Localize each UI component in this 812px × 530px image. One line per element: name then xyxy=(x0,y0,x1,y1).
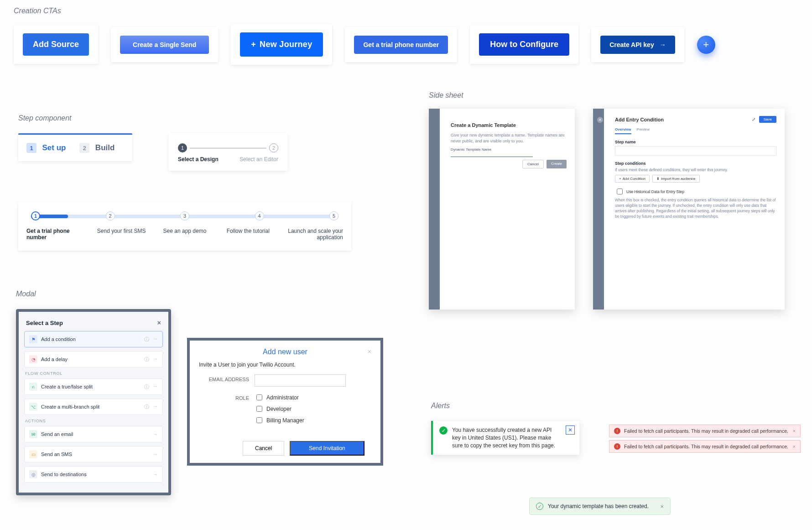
delay-icon: ◔ xyxy=(29,355,37,363)
option-label: Add a condition xyxy=(41,336,76,342)
historical-data-checkbox[interactable] xyxy=(617,189,623,194)
close-icon[interactable]: × xyxy=(597,117,603,123)
add-condition-button[interactable]: +Add Condition xyxy=(615,175,650,183)
step-label: Build xyxy=(95,143,115,152)
close-icon[interactable]: × xyxy=(793,444,796,449)
option-label: Create a true/false split xyxy=(41,384,93,389)
create-single-send-button[interactable]: Create a Single Send xyxy=(120,36,209,54)
step-build[interactable]: 2 Build xyxy=(79,143,115,153)
role-checkbox-developer[interactable] xyxy=(256,406,262,412)
plus-icon xyxy=(703,39,709,51)
info-icon[interactable]: ⓘ xyxy=(144,404,149,410)
email-label: EMAIL ADDRESS xyxy=(199,374,249,382)
email-input[interactable] xyxy=(255,374,346,387)
close-icon[interactable]: × xyxy=(368,348,371,355)
step-setup[interactable]: 1 Set up xyxy=(26,143,66,153)
option-label: Add a delay xyxy=(41,357,68,362)
close-icon[interactable]: × xyxy=(157,319,161,326)
expand-icon[interactable]: ⤢ xyxy=(752,117,755,122)
error-icon: ! xyxy=(614,443,620,450)
step-option-send-sms[interactable]: ▭ Send an SMS → xyxy=(24,446,163,462)
step-option-send-destinations[interactable]: ◎ Send to destinations → xyxy=(24,466,163,483)
template-name-input[interactable] xyxy=(451,152,533,157)
create-api-key-button[interactable]: Create API key xyxy=(600,36,675,54)
how-to-configure-button[interactable]: How to Configure xyxy=(479,33,569,56)
toast-success: ✓ Your dynamic template has been created… xyxy=(529,498,671,515)
field-label-step-name: Step name xyxy=(615,140,776,144)
step-label: Select a Design xyxy=(178,156,219,163)
email-icon: ✉ xyxy=(29,430,37,438)
role-checkbox-admin[interactable] xyxy=(256,394,262,400)
step-node[interactable]: 5 xyxy=(329,211,338,220)
role-option: Administrator xyxy=(266,394,299,401)
create-button[interactable]: Create xyxy=(547,160,567,168)
arrow-right-icon: → xyxy=(153,356,158,363)
arrow-right-icon: → xyxy=(153,472,158,477)
side-sheet-title: Add Entry Condition xyxy=(615,117,664,122)
option-label: Send an SMS xyxy=(41,451,72,457)
step-node[interactable]: 2 xyxy=(106,211,115,220)
step-label: Launch and scale your application xyxy=(280,228,343,241)
step-option-condition[interactable]: ⚑ Add a condition ⓘ→ xyxy=(24,331,163,347)
fab-add-button[interactable] xyxy=(697,36,715,54)
step-option-true-false[interactable]: ⎌ Create a true/false split ⓘ→ xyxy=(24,378,163,395)
close-icon[interactable]: × xyxy=(793,428,796,434)
create-api-key-label: Create API key xyxy=(609,41,654,48)
step-node[interactable]: 2 xyxy=(269,143,278,152)
option-label: Create a multi-branch split xyxy=(41,404,99,409)
plus-icon xyxy=(251,40,256,49)
role-option: Billing Manager xyxy=(266,417,304,424)
step-option-delay[interactable]: ◔ Add a delay ⓘ→ xyxy=(24,351,163,367)
step-option-multi-branch[interactable]: ⌥ Create a multi-branch split ⓘ→ xyxy=(24,399,163,415)
modal-add-user: Add new user × Invite a User to join you… xyxy=(187,338,383,466)
step-card-design-editor: 1 2 Select a Design Select an Editor xyxy=(169,133,287,171)
cancel-button[interactable]: Cancel xyxy=(522,160,544,168)
arrow-right-icon: → xyxy=(153,451,158,457)
info-icon[interactable]: ⓘ xyxy=(144,336,149,343)
check-icon: ✓ xyxy=(439,426,448,435)
split-icon: ⎌ xyxy=(29,383,37,391)
info-icon[interactable]: ⓘ xyxy=(144,383,149,390)
step-node[interactable]: 3 xyxy=(180,211,189,220)
step-option-send-email[interactable]: ✉ Send an email → xyxy=(24,426,163,442)
new-journey-button[interactable]: New Journey xyxy=(240,32,323,57)
side-sheet-dynamic-template: Create a Dynamic Template Give your new … xyxy=(429,109,575,310)
step-card-two-step: 1 Set up 2 Build xyxy=(18,133,132,161)
tab-overview[interactable]: Overview xyxy=(615,127,631,134)
cancel-button[interactable]: Cancel xyxy=(243,441,284,456)
step-node[interactable]: 1 xyxy=(31,211,40,220)
step-node[interactable]: 4 xyxy=(255,211,264,220)
side-sheet-entry-condition: × Add Entry Condition ⤢ Save Overview Pr… xyxy=(593,109,785,310)
tab-preview[interactable]: Preview xyxy=(637,127,650,134)
step-node[interactable]: 1 xyxy=(178,143,187,152)
trial-number-button[interactable]: Get a trial phone number xyxy=(354,36,448,54)
alert-success: ✓ You have successfully created a new AP… xyxy=(431,421,579,455)
save-button[interactable]: Save xyxy=(759,116,776,123)
cta-card: Create API key xyxy=(591,27,684,62)
section-label-step: Step component xyxy=(18,114,310,122)
close-icon[interactable]: × xyxy=(660,503,664,510)
option-group-flow: FLOW CONTROL xyxy=(25,371,162,376)
cta-card: Add Source xyxy=(14,25,98,64)
cta-card: Create a Single Send xyxy=(111,27,218,62)
step-name-input[interactable] xyxy=(615,146,776,156)
add-source-button[interactable]: Add Source xyxy=(23,33,89,56)
option-group-actions: ACTIONS xyxy=(25,419,162,423)
section-label-ctas: Creation CTAs xyxy=(14,7,798,15)
close-icon[interactable]: ✕ xyxy=(566,425,575,435)
arrow-right-icon: → xyxy=(153,383,158,390)
modal-title: Select a Step xyxy=(26,320,63,326)
import-audience-button[interactable]: ⬇Import from audience xyxy=(652,175,700,183)
step-conditions-desc: If users meet these defined conditions, … xyxy=(615,168,776,172)
step-label: Select an Editor xyxy=(239,156,278,163)
role-checkbox-billing[interactable] xyxy=(256,417,262,423)
step-label: Get a trial phone number xyxy=(26,228,90,241)
send-invitation-button[interactable]: Send Invitation xyxy=(290,441,364,456)
step-label: See an app demo xyxy=(153,228,217,241)
side-sheet-title: Create a Dynamic Template xyxy=(451,122,567,128)
download-icon: ⬇ xyxy=(656,177,660,181)
modal-select-step: Select a Step × ⚑ Add a condition ⓘ→ ◔ A… xyxy=(16,309,171,495)
info-icon[interactable]: ⓘ xyxy=(144,356,149,363)
plus-icon: + xyxy=(619,177,621,181)
arrow-right-icon xyxy=(658,41,666,48)
